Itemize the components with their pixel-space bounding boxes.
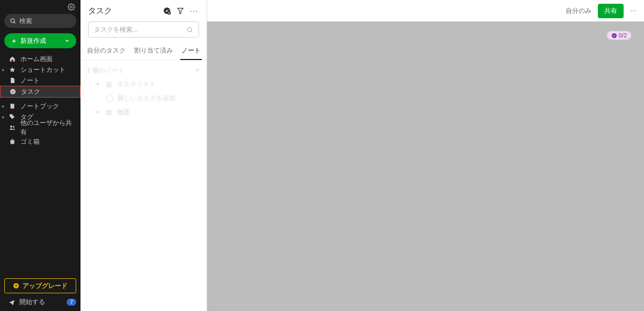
sidebar-search[interactable]: 検索 bbox=[4, 14, 76, 28]
note-glyph-icon: ▤ bbox=[104, 80, 113, 88]
caret-icon: ▸ bbox=[2, 103, 5, 109]
svg-point-16 bbox=[187, 27, 192, 32]
sidebar-item-label: ゴミ箱 bbox=[20, 137, 40, 146]
note-more-icon[interactable]: ⋯ bbox=[630, 7, 638, 14]
task-panel-header: タスク ⋯ bbox=[80, 0, 207, 21]
pin-icon bbox=[194, 67, 200, 73]
notebook-icon bbox=[9, 103, 16, 109]
task-list-header: 1 個のノート bbox=[87, 63, 200, 77]
sidebar-item-notes[interactable]: ノート bbox=[0, 75, 80, 86]
task-row[interactable]: ▤ タスクリスト bbox=[87, 77, 200, 91]
svg-rect-5 bbox=[11, 104, 14, 109]
search-icon bbox=[186, 26, 193, 33]
note-body[interactable]: 0/2 bbox=[207, 31, 631, 311]
new-button-label: 新規作成 bbox=[20, 36, 46, 46]
people-icon bbox=[9, 124, 16, 131]
sidebar-item-tasks[interactable]: タスク bbox=[0, 86, 80, 98]
sidebar-bottom: アップグレード 開始する 7 bbox=[0, 274, 80, 311]
caret-icon: ▸ bbox=[2, 67, 5, 72]
task-list: 1 個のノート ▤ タスクリスト 新しいタスクを追加 ▤ 無題 bbox=[80, 60, 207, 311]
add-task-icon[interactable] bbox=[163, 6, 171, 15]
filter-icon[interactable] bbox=[177, 7, 184, 14]
sidebar-item-label: ノート bbox=[20, 76, 40, 85]
svg-point-7 bbox=[13, 126, 14, 128]
get-started-label: 開始する bbox=[19, 298, 45, 307]
get-started-button[interactable]: 開始する 7 bbox=[4, 298, 76, 307]
more-icon[interactable]: ⋯ bbox=[189, 6, 199, 16]
sidebar-item-notebooks[interactable]: ▸ ノートブック bbox=[0, 101, 80, 112]
check-circle-icon bbox=[611, 33, 617, 39]
task-panel: タスク ⋯ タスクを検索... 自分のタスク 割り当て済み ノート 期限 bbox=[80, 0, 207, 311]
svg-point-6 bbox=[10, 125, 12, 128]
star-icon bbox=[9, 66, 16, 73]
svg-marker-15 bbox=[178, 8, 184, 13]
svg-line-17 bbox=[191, 31, 192, 32]
caret-icon: ▸ bbox=[2, 114, 5, 120]
task-count-label: 0/2 bbox=[619, 32, 627, 39]
task-count-pill[interactable]: 0/2 bbox=[607, 31, 631, 40]
tab-my-tasks[interactable]: 自分のタスク bbox=[83, 43, 130, 60]
left-sidebar: 検索 ＋ 新規作成 ホーム画面 ▸ ショートカット bbox=[0, 0, 80, 311]
task-row[interactable]: ▤ 無題 bbox=[87, 105, 200, 119]
get-started-badge: 7 bbox=[67, 299, 76, 306]
sidebar-item-trash[interactable]: ゴミ箱 bbox=[0, 136, 80, 147]
gear-icon[interactable] bbox=[68, 3, 75, 11]
tag-icon bbox=[9, 114, 16, 120]
share-button[interactable]: 共有 bbox=[598, 4, 624, 18]
upgrade-label: アップグレード bbox=[23, 282, 68, 291]
sidebar-item-label: 他のユーザから共有 bbox=[20, 119, 76, 137]
chevron-down-icon bbox=[64, 38, 70, 43]
plus-icon: ＋ bbox=[11, 36, 17, 46]
sidebar-top-row bbox=[0, 0, 80, 11]
task-panel-title: タスク bbox=[88, 6, 112, 16]
svg-point-1 bbox=[11, 19, 14, 23]
trash-icon bbox=[9, 138, 16, 145]
tab-assigned[interactable]: 割り当て済み bbox=[130, 43, 177, 60]
bullet-icon bbox=[97, 83, 99, 85]
checkbox-icon[interactable] bbox=[106, 95, 113, 102]
task-row[interactable]: 新しいタスクを追加 bbox=[87, 91, 200, 105]
paper-plane-icon bbox=[9, 299, 15, 306]
sidebar-item-shared[interactable]: 他のユーザから共有 bbox=[0, 122, 80, 133]
upgrade-arrow-icon bbox=[13, 283, 19, 289]
svg-point-4 bbox=[10, 89, 16, 94]
note-topbar: 自分のみ 共有 ⋯ bbox=[207, 0, 644, 21]
home-icon bbox=[9, 56, 16, 62]
svg-rect-8 bbox=[12, 139, 13, 140]
svg-line-2 bbox=[14, 22, 15, 23]
sidebar-item-label: ショートカット bbox=[20, 65, 65, 75]
sidebar-item-label: ホーム画面 bbox=[20, 55, 53, 64]
svg-point-18 bbox=[612, 33, 617, 38]
task-tabs: 自分のタスク 割り当て済み ノート 期限 bbox=[80, 43, 207, 60]
note-icon bbox=[9, 77, 16, 84]
search-icon bbox=[10, 18, 16, 24]
task-search-placeholder: タスクを検索... bbox=[94, 25, 186, 34]
tab-note[interactable]: ノート bbox=[177, 43, 205, 60]
upgrade-button[interactable]: アップグレード bbox=[4, 278, 76, 293]
sidebar-search-placeholder: 検索 bbox=[19, 17, 32, 26]
new-button[interactable]: ＋ 新規作成 bbox=[4, 33, 76, 48]
sidebar-item-label: タスク bbox=[21, 87, 40, 97]
sidebar-item-home[interactable]: ホーム画面 bbox=[0, 54, 80, 64]
sidebar-item-label: ノートブック bbox=[20, 102, 59, 111]
svg-marker-3 bbox=[10, 67, 15, 72]
svg-point-0 bbox=[70, 6, 72, 8]
note-glyph-icon: ▤ bbox=[104, 108, 113, 116]
task-search[interactable]: タスクを検索... bbox=[88, 21, 199, 38]
bullet-icon bbox=[97, 111, 99, 113]
visibility-label[interactable]: 自分のみ bbox=[566, 6, 591, 16]
note-editor-area: 自分のみ 共有 ⋯ 0/2 bbox=[207, 0, 644, 311]
check-circle-icon bbox=[9, 88, 17, 95]
sidebar-item-shortcuts[interactable]: ▸ ショートカット bbox=[0, 64, 80, 75]
